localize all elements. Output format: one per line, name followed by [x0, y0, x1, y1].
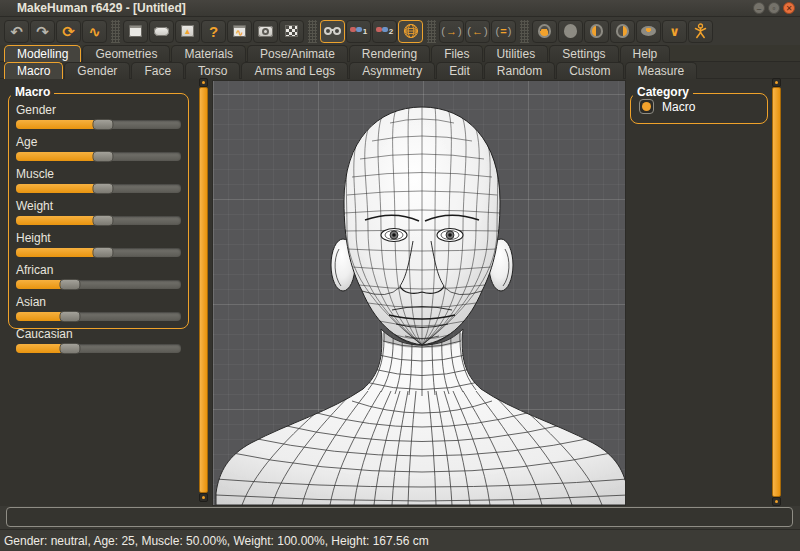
slider-handle[interactable] — [93, 247, 114, 258]
slider-handle[interactable] — [60, 279, 81, 290]
tab-utilities[interactable]: Utilities — [484, 45, 549, 62]
slider-label: Asian — [16, 295, 181, 309]
view-body-button[interactable] — [688, 20, 713, 43]
status-bar: Gender: neutral, Age: 25, Muscle: 50.00%… — [0, 529, 800, 551]
radio-selected-icon[interactable] — [639, 99, 654, 114]
wireframe-globe-icon — [403, 23, 419, 39]
tab-help[interactable]: Help — [620, 45, 671, 62]
load-button[interactable] — [149, 20, 174, 43]
slider-handle[interactable] — [93, 183, 114, 194]
view-back-button[interactable] — [558, 20, 583, 43]
tab-measure[interactable]: Measure — [625, 62, 698, 79]
view-left-button[interactable] — [584, 20, 609, 43]
left-scrollbar[interactable] — [199, 78, 208, 502]
head-back-icon — [564, 24, 577, 38]
tab-modelling[interactable]: Modelling — [4, 45, 81, 62]
scroll-down-button[interactable] — [199, 493, 208, 502]
slider-handle[interactable] — [60, 311, 81, 322]
stereo-view-1-button[interactable]: 1 — [346, 20, 371, 43]
tab-arms-and-legs[interactable]: Arms and Legs — [241, 62, 348, 79]
maximize-button[interactable]: ▫ — [768, 2, 780, 14]
tab-pose-animate[interactable]: Pose/Animate — [247, 45, 348, 62]
window-title: MakeHuman r6429 - [Untitled] — [17, 1, 186, 15]
undo-button[interactable]: ↶ — [4, 20, 29, 43]
close-button[interactable]: ✕ — [783, 2, 795, 14]
category-option-macro[interactable]: Macro — [639, 99, 759, 114]
toggle-background-button[interactable] — [279, 20, 304, 43]
scroll-up-button[interactable] — [772, 78, 781, 87]
head-top-icon — [641, 26, 656, 36]
stereo-view-2-button[interactable]: 2 — [372, 20, 397, 43]
height-slider[interactable] — [16, 248, 181, 257]
tab-settings[interactable]: Settings — [549, 45, 618, 62]
load-icon — [154, 27, 169, 36]
slider-handle[interactable] — [60, 343, 81, 354]
slider-handle[interactable] — [93, 151, 114, 162]
slider-age: Age — [16, 135, 181, 161]
tab-random[interactable]: Random — [484, 62, 555, 79]
reset-button[interactable]: ⟳ — [56, 20, 81, 43]
muscle-slider[interactable] — [16, 184, 181, 193]
grab-screenshot-button[interactable] — [253, 20, 278, 43]
tab-macro[interactable]: Macro — [4, 62, 63, 79]
caucasian-slider[interactable] — [16, 344, 181, 353]
tab-face[interactable]: Face — [131, 62, 184, 79]
help-button[interactable]: ? — [201, 20, 226, 43]
save-button[interactable] — [123, 20, 148, 43]
tab-edit[interactable]: Edit — [436, 62, 483, 79]
export-button[interactable]: ▲ — [175, 20, 200, 43]
slider-label: African — [16, 263, 181, 277]
sub-tab-bar: Macro Gender Face Torso Arms and Legs As… — [0, 62, 800, 79]
gender-slider[interactable] — [16, 120, 181, 129]
view-top-button[interactable] — [636, 20, 661, 43]
head-left-icon — [590, 24, 603, 38]
wireframe-view-button[interactable] — [398, 20, 423, 43]
african-slider[interactable] — [16, 280, 181, 289]
slider-label: Muscle — [16, 167, 181, 181]
age-slider[interactable] — [16, 152, 181, 161]
tab-torso[interactable]: Torso — [185, 62, 240, 79]
view-front-button[interactable] — [532, 20, 557, 43]
help-icon: ? — [209, 24, 218, 39]
save-target-button[interactable]: ∿ — [227, 20, 252, 43]
slider-muscle: Muscle — [16, 167, 181, 193]
rotate-view-right-button[interactable]: → — [439, 20, 464, 43]
view-right-button[interactable] — [610, 20, 635, 43]
tab-gender[interactable]: Gender — [64, 62, 130, 79]
right-scrollbar[interactable] — [772, 78, 781, 506]
scrollbar-thumb[interactable] — [199, 87, 208, 493]
asian-slider[interactable] — [16, 312, 181, 321]
command-input[interactable] — [6, 507, 793, 527]
mono-view-button[interactable] — [320, 20, 345, 43]
minimize-button[interactable]: – — [753, 2, 765, 14]
slider-handle[interactable] — [93, 215, 114, 226]
slider-height: Height — [16, 231, 181, 257]
toolbar-separator — [308, 20, 317, 43]
scroll-down-button[interactable] — [772, 497, 781, 506]
tab-rendering[interactable]: Rendering — [349, 45, 430, 62]
tab-asymmetry[interactable]: Asymmetry — [349, 62, 435, 79]
tab-materials[interactable]: Materials — [171, 45, 246, 62]
grab-screenshot-icon — [258, 26, 273, 37]
noise-button[interactable]: ∿ — [82, 20, 107, 43]
head-right-icon — [616, 24, 629, 38]
noise-icon: ∿ — [88, 24, 101, 39]
body-figure-icon — [693, 23, 708, 39]
viewport-3d[interactable] — [212, 80, 626, 506]
rotate-view-left-button[interactable]: ← — [465, 20, 490, 43]
scroll-up-button[interactable] — [199, 78, 208, 87]
redo-icon: ↷ — [36, 24, 49, 39]
slider-caucasian: Caucasian — [16, 327, 181, 353]
tab-custom[interactable]: Custom — [556, 62, 623, 79]
glasses-icon — [324, 27, 341, 35]
slider-handle[interactable] — [93, 119, 114, 130]
scrollbar-thumb[interactable] — [772, 87, 781, 497]
tab-files[interactable]: Files — [431, 45, 482, 62]
weight-slider[interactable] — [16, 216, 181, 225]
redo-button[interactable]: ↷ — [30, 20, 55, 43]
view-bottom-button[interactable]: ∨ — [662, 20, 687, 43]
reset-view-button[interactable]: = — [491, 20, 516, 43]
tab-geometries[interactable]: Geometries — [82, 45, 170, 62]
slider-african: African — [16, 263, 181, 289]
slider-asian: Asian — [16, 295, 181, 321]
